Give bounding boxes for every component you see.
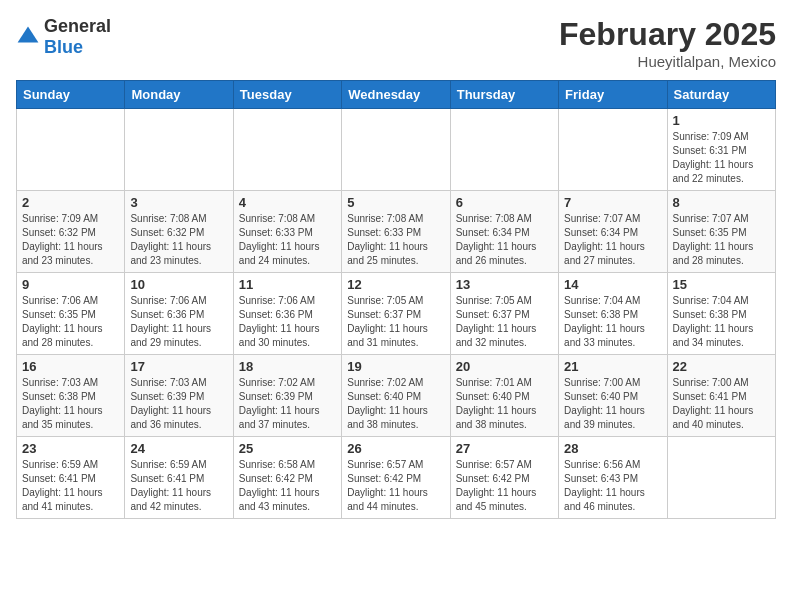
day-number: 11 [239, 277, 336, 292]
day-number: 27 [456, 441, 553, 456]
calendar-cell: 2Sunrise: 7:09 AM Sunset: 6:32 PM Daylig… [17, 191, 125, 273]
logo-general: General [44, 16, 111, 36]
day-number: 26 [347, 441, 444, 456]
day-number: 25 [239, 441, 336, 456]
calendar-cell: 8Sunrise: 7:07 AM Sunset: 6:35 PM Daylig… [667, 191, 775, 273]
day-number: 8 [673, 195, 770, 210]
calendar-week-row: 2Sunrise: 7:09 AM Sunset: 6:32 PM Daylig… [17, 191, 776, 273]
calendar-table: SundayMondayTuesdayWednesdayThursdayFrid… [16, 80, 776, 519]
day-number: 3 [130, 195, 227, 210]
day-info: Sunrise: 6:59 AM Sunset: 6:41 PM Dayligh… [130, 458, 227, 514]
day-number: 1 [673, 113, 770, 128]
calendar-cell: 28Sunrise: 6:56 AM Sunset: 6:43 PM Dayli… [559, 437, 667, 519]
weekday-header-row: SundayMondayTuesdayWednesdayThursdayFrid… [17, 81, 776, 109]
day-info: Sunrise: 7:09 AM Sunset: 6:32 PM Dayligh… [22, 212, 119, 268]
calendar-week-row: 9Sunrise: 7:06 AM Sunset: 6:35 PM Daylig… [17, 273, 776, 355]
calendar-cell [450, 109, 558, 191]
day-info: Sunrise: 7:08 AM Sunset: 6:33 PM Dayligh… [347, 212, 444, 268]
calendar-cell: 17Sunrise: 7:03 AM Sunset: 6:39 PM Dayli… [125, 355, 233, 437]
calendar-cell: 27Sunrise: 6:57 AM Sunset: 6:42 PM Dayli… [450, 437, 558, 519]
calendar-cell [233, 109, 341, 191]
weekday-header-cell: Thursday [450, 81, 558, 109]
day-info: Sunrise: 7:06 AM Sunset: 6:35 PM Dayligh… [22, 294, 119, 350]
day-info: Sunrise: 7:07 AM Sunset: 6:35 PM Dayligh… [673, 212, 770, 268]
day-number: 23 [22, 441, 119, 456]
page-header: General Blue February 2025 Hueyitlalpan,… [16, 16, 776, 70]
day-info: Sunrise: 7:03 AM Sunset: 6:39 PM Dayligh… [130, 376, 227, 432]
day-number: 19 [347, 359, 444, 374]
calendar-cell: 22Sunrise: 7:00 AM Sunset: 6:41 PM Dayli… [667, 355, 775, 437]
calendar-week-row: 1Sunrise: 7:09 AM Sunset: 6:31 PM Daylig… [17, 109, 776, 191]
day-number: 15 [673, 277, 770, 292]
calendar-cell: 24Sunrise: 6:59 AM Sunset: 6:41 PM Dayli… [125, 437, 233, 519]
day-info: Sunrise: 6:58 AM Sunset: 6:42 PM Dayligh… [239, 458, 336, 514]
calendar-cell: 10Sunrise: 7:06 AM Sunset: 6:36 PM Dayli… [125, 273, 233, 355]
day-info: Sunrise: 7:06 AM Sunset: 6:36 PM Dayligh… [239, 294, 336, 350]
calendar-cell: 12Sunrise: 7:05 AM Sunset: 6:37 PM Dayli… [342, 273, 450, 355]
calendar-cell: 5Sunrise: 7:08 AM Sunset: 6:33 PM Daylig… [342, 191, 450, 273]
day-info: Sunrise: 7:06 AM Sunset: 6:36 PM Dayligh… [130, 294, 227, 350]
calendar-cell: 20Sunrise: 7:01 AM Sunset: 6:40 PM Dayli… [450, 355, 558, 437]
calendar-cell: 11Sunrise: 7:06 AM Sunset: 6:36 PM Dayli… [233, 273, 341, 355]
day-info: Sunrise: 7:02 AM Sunset: 6:39 PM Dayligh… [239, 376, 336, 432]
day-info: Sunrise: 7:00 AM Sunset: 6:40 PM Dayligh… [564, 376, 661, 432]
day-number: 13 [456, 277, 553, 292]
calendar-cell: 19Sunrise: 7:02 AM Sunset: 6:40 PM Dayli… [342, 355, 450, 437]
day-info: Sunrise: 6:59 AM Sunset: 6:41 PM Dayligh… [22, 458, 119, 514]
calendar-cell: 21Sunrise: 7:00 AM Sunset: 6:40 PM Dayli… [559, 355, 667, 437]
day-number: 28 [564, 441, 661, 456]
day-number: 16 [22, 359, 119, 374]
day-info: Sunrise: 7:01 AM Sunset: 6:40 PM Dayligh… [456, 376, 553, 432]
day-info: Sunrise: 7:05 AM Sunset: 6:37 PM Dayligh… [456, 294, 553, 350]
day-info: Sunrise: 7:04 AM Sunset: 6:38 PM Dayligh… [564, 294, 661, 350]
day-info: Sunrise: 7:07 AM Sunset: 6:34 PM Dayligh… [564, 212, 661, 268]
day-info: Sunrise: 7:02 AM Sunset: 6:40 PM Dayligh… [347, 376, 444, 432]
weekday-header-cell: Sunday [17, 81, 125, 109]
day-number: 22 [673, 359, 770, 374]
calendar-cell: 1Sunrise: 7:09 AM Sunset: 6:31 PM Daylig… [667, 109, 775, 191]
day-number: 9 [22, 277, 119, 292]
day-number: 10 [130, 277, 227, 292]
calendar-cell: 3Sunrise: 7:08 AM Sunset: 6:32 PM Daylig… [125, 191, 233, 273]
logo-blue: Blue [44, 37, 83, 57]
calendar-body: 1Sunrise: 7:09 AM Sunset: 6:31 PM Daylig… [17, 109, 776, 519]
day-info: Sunrise: 7:08 AM Sunset: 6:34 PM Dayligh… [456, 212, 553, 268]
calendar-cell: 15Sunrise: 7:04 AM Sunset: 6:38 PM Dayli… [667, 273, 775, 355]
calendar-cell: 6Sunrise: 7:08 AM Sunset: 6:34 PM Daylig… [450, 191, 558, 273]
calendar-cell: 9Sunrise: 7:06 AM Sunset: 6:35 PM Daylig… [17, 273, 125, 355]
calendar-cell: 14Sunrise: 7:04 AM Sunset: 6:38 PM Dayli… [559, 273, 667, 355]
weekday-header-cell: Friday [559, 81, 667, 109]
title-block: February 2025 Hueyitlalpan, Mexico [559, 16, 776, 70]
day-info: Sunrise: 7:08 AM Sunset: 6:32 PM Dayligh… [130, 212, 227, 268]
day-number: 2 [22, 195, 119, 210]
calendar-cell: 16Sunrise: 7:03 AM Sunset: 6:38 PM Dayli… [17, 355, 125, 437]
weekday-header-cell: Saturday [667, 81, 775, 109]
day-info: Sunrise: 7:03 AM Sunset: 6:38 PM Dayligh… [22, 376, 119, 432]
calendar-cell [667, 437, 775, 519]
location-title: Hueyitlalpan, Mexico [559, 53, 776, 70]
day-number: 18 [239, 359, 336, 374]
calendar-cell [125, 109, 233, 191]
day-info: Sunrise: 7:00 AM Sunset: 6:41 PM Dayligh… [673, 376, 770, 432]
weekday-header-cell: Wednesday [342, 81, 450, 109]
day-info: Sunrise: 7:04 AM Sunset: 6:38 PM Dayligh… [673, 294, 770, 350]
day-number: 14 [564, 277, 661, 292]
calendar-week-row: 23Sunrise: 6:59 AM Sunset: 6:41 PM Dayli… [17, 437, 776, 519]
weekday-header-cell: Monday [125, 81, 233, 109]
day-info: Sunrise: 6:57 AM Sunset: 6:42 PM Dayligh… [347, 458, 444, 514]
logo-icon [16, 25, 40, 49]
calendar-cell: 7Sunrise: 7:07 AM Sunset: 6:34 PM Daylig… [559, 191, 667, 273]
month-title: February 2025 [559, 16, 776, 53]
day-info: Sunrise: 6:57 AM Sunset: 6:42 PM Dayligh… [456, 458, 553, 514]
calendar-cell [559, 109, 667, 191]
day-info: Sunrise: 7:09 AM Sunset: 6:31 PM Dayligh… [673, 130, 770, 186]
day-info: Sunrise: 6:56 AM Sunset: 6:43 PM Dayligh… [564, 458, 661, 514]
calendar-cell: 13Sunrise: 7:05 AM Sunset: 6:37 PM Dayli… [450, 273, 558, 355]
day-info: Sunrise: 7:08 AM Sunset: 6:33 PM Dayligh… [239, 212, 336, 268]
calendar-cell: 25Sunrise: 6:58 AM Sunset: 6:42 PM Dayli… [233, 437, 341, 519]
calendar-cell [342, 109, 450, 191]
calendar-cell: 4Sunrise: 7:08 AM Sunset: 6:33 PM Daylig… [233, 191, 341, 273]
calendar-cell: 23Sunrise: 6:59 AM Sunset: 6:41 PM Dayli… [17, 437, 125, 519]
calendar-week-row: 16Sunrise: 7:03 AM Sunset: 6:38 PM Dayli… [17, 355, 776, 437]
logo: General Blue [16, 16, 111, 58]
